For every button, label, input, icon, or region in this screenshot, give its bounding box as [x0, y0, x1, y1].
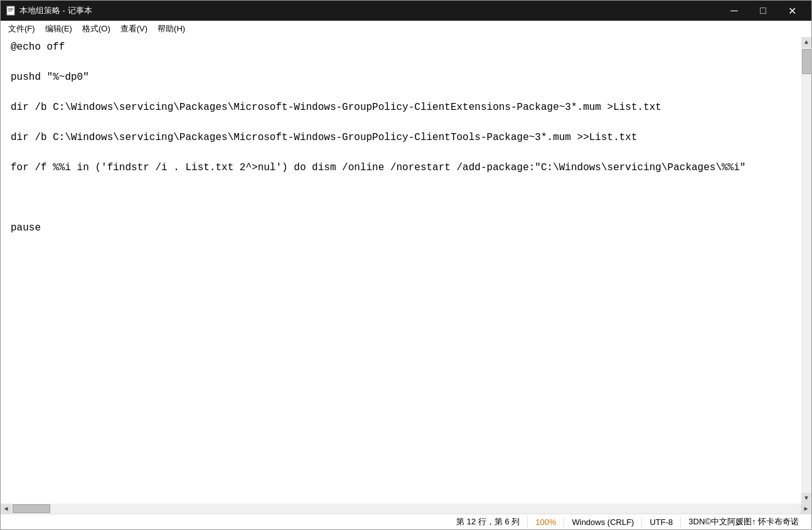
hscroll-track[interactable]	[11, 504, 801, 514]
scroll-right-arrow[interactable]: ▶	[801, 504, 811, 514]
charset: UTF-8	[642, 517, 681, 527]
extra-info: 3DN©中文阿媛图↑ 怀卡布奇诺	[681, 516, 806, 527]
window-title: 本地组策略 - 记事本	[19, 5, 720, 16]
menu-edit[interactable]: 编辑(E)	[40, 21, 77, 37]
scroll-thumb[interactable]	[802, 49, 811, 74]
minimize-button[interactable]: ─	[720, 1, 749, 21]
svg-rect-3	[8, 11, 12, 11]
scroll-down-arrow[interactable]: ▼	[801, 493, 811, 504]
line-ending: Windows (CRLF)	[564, 517, 642, 527]
scroll-left-arrow[interactable]: ◀	[1, 504, 11, 514]
editor-area: @echo off pushd "%~dp0" dir /b C:\Window…	[1, 37, 811, 504]
menu-bar: 文件(F) 编辑(E) 格式(O) 查看(V) 帮助(H)	[1, 21, 811, 37]
text-content[interactable]: @echo off pushd "%~dp0" dir /b C:\Window…	[11, 40, 811, 235]
horizontal-scrollbar[interactable]: ◀ ▶	[1, 504, 811, 514]
menu-help[interactable]: 帮助(H)	[152, 21, 190, 37]
scroll-up-arrow[interactable]: ▲	[801, 37, 811, 48]
title-bar: 本地组策略 - 记事本 ─ □ ✕	[1, 1, 811, 21]
left-gutter	[1, 37, 7, 504]
editor-content[interactable]: @echo off pushd "%~dp0" dir /b C:\Window…	[7, 37, 811, 504]
scroll-track[interactable]	[801, 48, 811, 493]
close-button[interactable]: ✕	[777, 1, 806, 21]
hscroll-thumb[interactable]	[13, 504, 50, 513]
maximize-button[interactable]: □	[749, 1, 777, 21]
cursor-position: 第 12 行，第 6 列	[449, 516, 528, 527]
window-controls: ─ □ ✕	[720, 1, 806, 21]
menu-file[interactable]: 文件(F)	[3, 21, 40, 37]
vertical-scrollbar[interactable]: ▲ ▼	[801, 37, 811, 504]
zoom-level: 100%	[528, 517, 564, 527]
svg-rect-1	[8, 8, 13, 9]
menu-format[interactable]: 格式(O)	[77, 21, 115, 37]
status-bar: 第 12 行，第 6 列 100% Windows (CRLF) UTF-8 3…	[1, 514, 811, 529]
app-icon	[6, 6, 16, 16]
svg-rect-2	[8, 9, 13, 10]
notepad-window: 本地组策略 - 记事本 ─ □ ✕ 文件(F) 编辑(E) 格式(O) 查看(V…	[0, 0, 812, 530]
menu-view[interactable]: 查看(V)	[115, 21, 152, 37]
